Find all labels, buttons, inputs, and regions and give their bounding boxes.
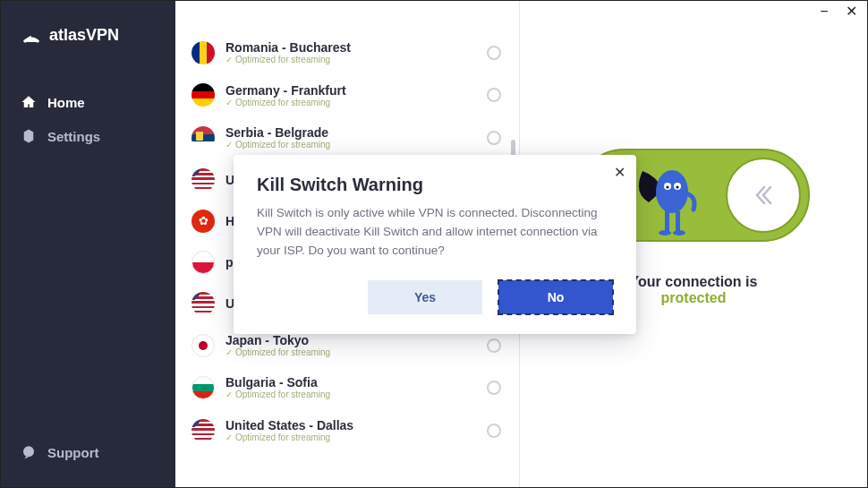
modal-body-text: Kill Switch is only active while VPN is … xyxy=(257,204,613,261)
no-button[interactable]: No xyxy=(498,280,613,314)
modal-actions: Yes No xyxy=(257,280,613,314)
close-icon[interactable]: ✕ xyxy=(614,164,625,181)
modal-title: Kill Switch Warning xyxy=(257,175,613,195)
app-window: − ✕ atlasVPN Home Settings Support xyxy=(0,0,868,488)
kill-switch-warning-modal: ✕ Kill Switch Warning Kill Switch is onl… xyxy=(234,155,636,334)
yes-button[interactable]: Yes xyxy=(368,280,482,314)
